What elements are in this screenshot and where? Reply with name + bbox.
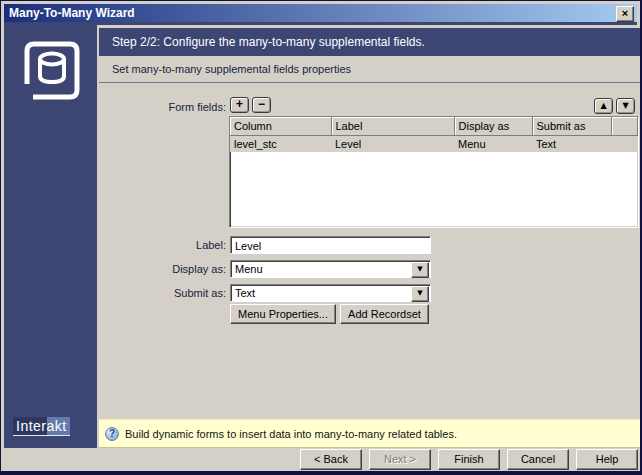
- column-header-submit-as: Submit as: [532, 117, 611, 136]
- menu-properties-button[interactable]: Menu Properties...: [230, 304, 336, 324]
- logo-part-1: Inter: [13, 417, 47, 435]
- remove-field-button[interactable]: −: [252, 97, 271, 113]
- step-title: Step 2/2: Configure the many-to-many sup…: [99, 28, 640, 56]
- table-row[interactable]: level_stc Level Menu Text: [230, 136, 638, 153]
- finish-button[interactable]: Finish: [438, 449, 500, 470]
- list-header-row: Column Label Display as Submit as: [230, 117, 638, 136]
- display-as-value: Menu: [235, 263, 410, 275]
- column-header-label: Label: [331, 117, 454, 136]
- submit-as-value: Text: [235, 287, 410, 299]
- logo-part-2: akt: [47, 417, 70, 435]
- title-bar: Many-To-Many Wizard ×: [4, 4, 637, 22]
- interakt-logo: Interakt: [13, 418, 70, 436]
- form-fields-list: Column Label Display as Submit as level_…: [229, 116, 639, 228]
- help-text: Build dynamic forms to insert data into …: [125, 428, 457, 440]
- cell-filler: [611, 136, 638, 153]
- move-down-button[interactable]: ▼: [616, 98, 635, 114]
- submit-as-select[interactable]: Text ▼: [230, 284, 431, 302]
- submit-as-label: Submit as:: [1, 287, 226, 299]
- display-as-label: Display as:: [1, 263, 226, 275]
- chevron-down-icon[interactable]: ▼: [411, 286, 429, 302]
- database-icon: [21, 39, 83, 105]
- help-bar: ? Build dynamic forms to insert data int…: [99, 419, 640, 448]
- step-subtitle: Set many-to-many supplemental fields pro…: [99, 63, 640, 83]
- wizard-dialog: Many-To-Many Wizard × Interakt Step 2/2:…: [0, 0, 642, 475]
- add-recordset-button[interactable]: Add Recordset: [340, 304, 429, 324]
- label-field-label: Label:: [1, 239, 226, 251]
- help-button[interactable]: Help: [576, 449, 638, 470]
- form-fields-label: Form fields:: [1, 101, 226, 113]
- close-icon[interactable]: ×: [616, 6, 634, 22]
- cell-label: Level: [331, 136, 454, 153]
- cell-column: level_stc: [230, 136, 331, 153]
- title-divider: [4, 22, 637, 25]
- back-button[interactable]: < Back: [300, 449, 362, 470]
- chevron-down-icon[interactable]: ▼: [411, 262, 429, 278]
- column-header-column: Column: [230, 117, 331, 136]
- cancel-button[interactable]: Cancel: [507, 449, 569, 470]
- cell-submit-as: Text: [532, 136, 611, 153]
- label-input[interactable]: [230, 236, 431, 254]
- sidebar: Interakt: [4, 25, 97, 448]
- window-title: Many-To-Many Wizard: [9, 6, 135, 20]
- column-header-display-as: Display as: [454, 117, 532, 136]
- cell-display-as: Menu: [454, 136, 532, 153]
- display-as-select[interactable]: Menu ▼: [230, 260, 431, 278]
- question-icon: ?: [105, 427, 119, 441]
- add-field-button[interactable]: +: [230, 97, 249, 113]
- next-button[interactable]: Next >: [369, 449, 431, 470]
- move-up-button[interactable]: ▲: [594, 98, 613, 114]
- column-header-filler: [611, 117, 638, 136]
